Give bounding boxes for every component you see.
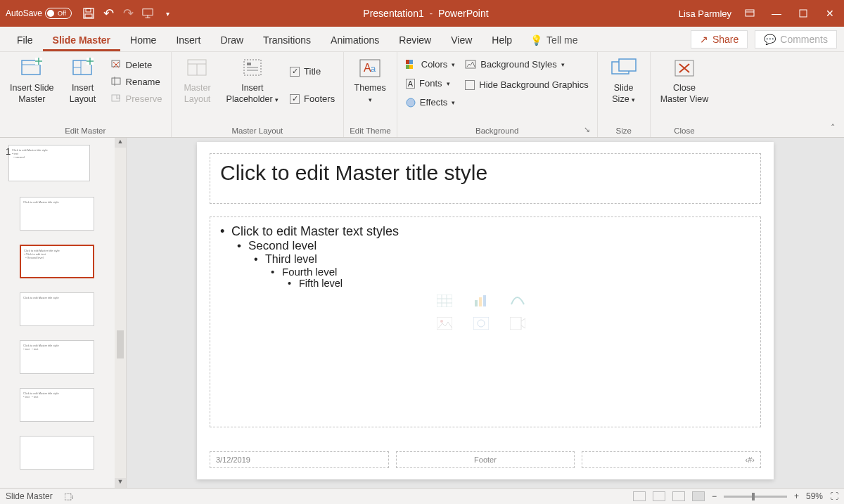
autosave-label: AutoSave xyxy=(6,8,42,18)
delete-button[interactable]: Delete xyxy=(108,58,165,72)
user-name[interactable]: Lisa Parmley xyxy=(679,8,731,19)
window-title: Presentation1 - PowerPoint xyxy=(173,8,679,19)
content-insert-icons[interactable] xyxy=(437,295,534,330)
tab-review[interactable]: Review xyxy=(389,29,441,51)
present-icon[interactable] xyxy=(142,8,153,19)
zoom-out-icon[interactable]: − xyxy=(712,491,717,501)
svg-rect-47 xyxy=(437,317,452,330)
group-edit-theme: Aa Themes▾ Edit Theme xyxy=(344,52,397,137)
slide-size-button[interactable]: Slide Size ▾ xyxy=(603,55,644,106)
normal-view-icon[interactable] xyxy=(633,491,646,501)
thumb-layout-1[interactable]: Click to edit Master title style xyxy=(20,197,94,231)
insert-placeholder-button[interactable]: Insert Placeholder ▾ xyxy=(222,55,283,106)
save-icon[interactable] xyxy=(83,8,94,19)
tell-me-search[interactable]: 💡 Tell me xyxy=(522,29,586,51)
svg-rect-33 xyxy=(409,65,413,69)
insert-layout-button[interactable]: Insert Layout xyxy=(63,55,103,106)
ribbon-display-icon[interactable] xyxy=(741,8,758,19)
insert-online-picture-icon[interactable] xyxy=(473,317,490,330)
zoom-in-icon[interactable]: + xyxy=(794,491,799,501)
slide-canvas[interactable]: Click to edit Master title style •Click … xyxy=(127,138,844,488)
close-icon[interactable]: ✕ xyxy=(821,8,838,19)
tab-draw[interactable]: Draw xyxy=(210,29,253,51)
tab-help[interactable]: Help xyxy=(482,29,522,51)
footers-checkbox[interactable]: ✓Footers xyxy=(287,91,338,107)
effects-button[interactable]: Effects ▾ xyxy=(403,96,459,109)
rename-button[interactable]: Rename xyxy=(108,75,165,89)
preserve-button[interactable]: Preserve xyxy=(108,91,165,105)
rename-icon xyxy=(110,76,122,87)
fit-window-icon[interactable]: ⛶ xyxy=(830,491,838,501)
svg-rect-45 xyxy=(479,297,482,306)
svg-point-34 xyxy=(407,98,415,107)
fonts-button[interactable]: AFonts ▾ xyxy=(403,77,459,90)
title-checkbox[interactable]: ✓Title xyxy=(287,63,338,79)
thumb-layout-3[interactable]: Click to edit Master title style xyxy=(20,292,94,326)
background-styles-button[interactable]: Background Styles ▾ xyxy=(462,58,591,71)
insert-chart-icon[interactable] xyxy=(473,295,490,307)
sorter-view-icon[interactable] xyxy=(653,491,665,501)
themes-button[interactable]: Aa Themes▾ xyxy=(350,55,390,106)
date-placeholder[interactable]: 3/12/2019 xyxy=(210,451,389,468)
share-button[interactable]: ↗Share xyxy=(691,30,748,49)
tell-me-label: Tell me xyxy=(546,34,577,46)
footer-placeholder[interactable]: Footer xyxy=(396,451,575,468)
thumbnail-scrollbar[interactable]: ▲ ▼ xyxy=(115,138,126,488)
hide-bg-checkbox[interactable]: Hide Background Graphics xyxy=(462,77,591,93)
group-label-background: Background xyxy=(403,124,592,137)
tab-animations[interactable]: Animations xyxy=(321,29,389,51)
minimize-icon[interactable]: ― xyxy=(768,8,785,19)
thumb-layout-6[interactable] xyxy=(20,436,94,470)
title-placeholder[interactable]: Click to edit Master title style xyxy=(210,153,761,204)
thumb-layout-2[interactable]: Click to edit Master title style• Click … xyxy=(20,245,94,278)
slideshow-view-icon[interactable] xyxy=(692,491,705,501)
group-label-size: Size xyxy=(603,124,644,137)
insert-slide-master-button[interactable]: Insert Slide Master xyxy=(6,55,58,106)
background-launcher-icon[interactable]: ↘ xyxy=(584,125,590,134)
zoom-slider[interactable] xyxy=(724,496,787,498)
thumbnail-pane[interactable]: 1 Click to edit Master title style• text… xyxy=(0,138,127,488)
insert-smartart-icon[interactable] xyxy=(510,295,527,307)
svg-rect-25 xyxy=(247,67,258,68)
qat-customize-icon[interactable]: ▾ xyxy=(162,8,173,19)
zoom-label[interactable]: 59% xyxy=(806,491,823,501)
slide: Click to edit Master title style •Click … xyxy=(197,142,774,479)
group-label-master-layout: Master Layout xyxy=(177,124,338,137)
group-master-layout: Master Layout Insert Placeholder ▾ ✓Titl… xyxy=(172,52,345,137)
svg-rect-51 xyxy=(510,317,521,330)
svg-rect-44 xyxy=(475,300,478,306)
tab-transitions[interactable]: Transitions xyxy=(253,29,321,51)
group-background: Colors ▾ AFonts ▾ Effects ▾ Background S… xyxy=(397,52,598,137)
svg-rect-8 xyxy=(800,10,807,17)
collapse-ribbon-icon[interactable]: ˄ xyxy=(831,122,836,133)
slidenum-placeholder[interactable]: ‹#› xyxy=(582,451,761,468)
close-master-view-button[interactable]: Close Master View xyxy=(656,55,713,106)
svg-rect-46 xyxy=(483,295,486,306)
tab-file[interactable]: File xyxy=(7,29,43,51)
group-size: Slide Size ▾ Size xyxy=(598,52,651,137)
comments-button[interactable]: 💬Comments xyxy=(755,30,837,49)
maximize-icon[interactable] xyxy=(795,8,812,19)
thumb-layout-4[interactable]: Click to edit Master title style• text •… xyxy=(20,340,94,374)
tab-home[interactable]: Home xyxy=(120,29,166,51)
reading-view-icon[interactable] xyxy=(672,491,685,501)
comment-icon: 💬 xyxy=(764,34,776,45)
thumb-layout-5[interactable]: Click to edit Master title style• text •… xyxy=(20,388,94,422)
redo-icon[interactable]: ↷ xyxy=(122,8,134,19)
insert-table-icon[interactable] xyxy=(437,295,454,307)
colors-button[interactable]: Colors ▾ xyxy=(403,58,459,71)
undo-icon[interactable]: ↶ xyxy=(103,8,114,19)
svg-rect-31 xyxy=(409,60,413,64)
content-placeholder[interactable]: •Click to edit Master text styles •Secon… xyxy=(210,217,761,427)
insert-picture-icon[interactable] xyxy=(437,317,454,330)
tab-slide-master[interactable]: Slide Master xyxy=(43,29,120,51)
insert-video-icon[interactable] xyxy=(510,317,527,330)
bg-styles-icon xyxy=(465,60,476,70)
svg-rect-49 xyxy=(473,317,489,330)
share-icon: ↗ xyxy=(700,34,708,45)
tab-view[interactable]: View xyxy=(441,29,482,51)
tab-insert[interactable]: Insert xyxy=(166,29,210,51)
thumb-master[interactable]: Click to edit Master title style• text •… xyxy=(8,145,90,181)
accessibility-icon[interactable]: ⬚ᵢ xyxy=(64,491,73,501)
autosave-toggle[interactable]: AutoSave Off xyxy=(6,8,72,19)
